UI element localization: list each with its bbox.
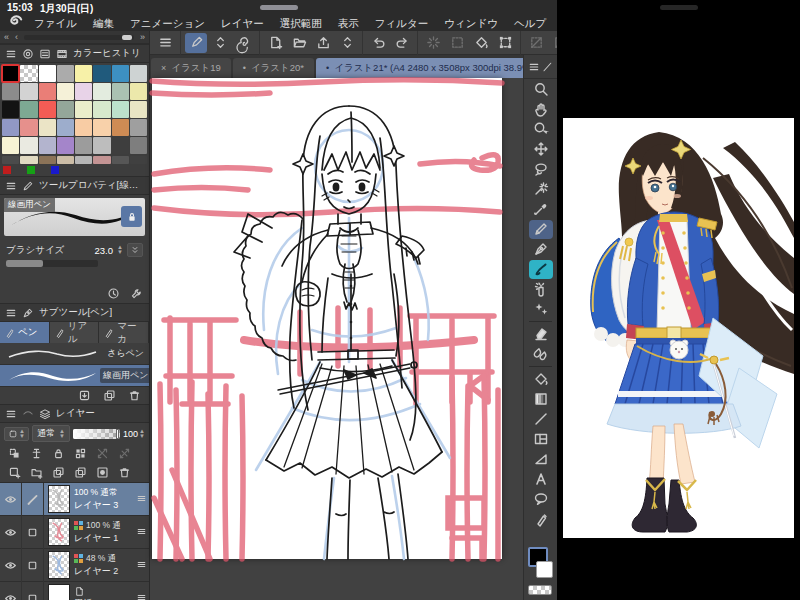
tool-palette-header[interactable] [524, 55, 557, 79]
color-swatch[interactable] [57, 119, 74, 136]
layer-checkbox[interactable] [22, 549, 44, 582]
layer-mask-icon[interactable] [92, 465, 112, 480]
layer-checkbox[interactable] [22, 582, 44, 600]
airbrush-tool[interactable] [524, 279, 558, 299]
lock-button[interactable] [121, 206, 142, 227]
color-swatch[interactable] [130, 101, 147, 118]
gradient-tool[interactable] [524, 389, 558, 409]
color-swatch[interactable] [93, 119, 110, 136]
layer-visibility-eye-icon[interactable] [0, 483, 22, 516]
color-swatch[interactable] [2, 137, 19, 154]
tool-switch-icon[interactable] [209, 33, 231, 53]
color-swatch[interactable] [130, 137, 147, 154]
combine-to-below-icon[interactable] [48, 465, 68, 480]
clip-to-layer-icon[interactable] [4, 446, 24, 461]
color-swatch[interactable] [93, 83, 110, 100]
prev-icon[interactable]: ‹ [15, 32, 18, 42]
subtool-tab-1[interactable]: リアル [50, 322, 100, 343]
zoom-tool[interactable] [524, 79, 558, 99]
color-swatch[interactable] [75, 156, 92, 164]
color-swatch[interactable] [112, 101, 129, 118]
color-swatch[interactable] [39, 156, 56, 164]
menu-item-4[interactable]: 選択範囲 [272, 15, 330, 31]
layer-row-2[interactable]: 48 % 通レイヤー 2 [0, 549, 149, 582]
color-swatch[interactable] [112, 83, 129, 100]
subtool-tab-0[interactable]: ペン [0, 322, 50, 343]
color-swatch[interactable] [130, 119, 147, 136]
color-swatch[interactable] [130, 156, 147, 164]
balloon-tool[interactable] [524, 489, 558, 509]
fill-tool[interactable] [524, 369, 558, 389]
color-swatch[interactable] [75, 83, 92, 100]
color-swatch[interactable] [93, 156, 110, 164]
layer-handle-icon[interactable] [135, 591, 149, 600]
new-layer-icon[interactable] [4, 465, 24, 480]
layer-handle-icon[interactable] [135, 525, 149, 540]
opacity-slider[interactable] [73, 429, 120, 439]
brush-size-expand-button[interactable] [127, 243, 143, 257]
color-swatch[interactable] [2, 65, 19, 82]
brush-size-stepper[interactable]: ▲▼ [117, 245, 123, 255]
new-canvas-icon[interactable] [264, 33, 286, 53]
layer-thumbnail[interactable] [48, 485, 70, 513]
tool-pen-shortcut-icon[interactable] [185, 33, 207, 53]
lock-transparent-icon[interactable] [70, 446, 90, 461]
collapse-all-icon[interactable]: « [4, 32, 9, 42]
color-swatch[interactable] [27, 166, 35, 174]
layer-visibility-eye-icon[interactable] [0, 516, 22, 549]
save-switch-icon[interactable] [336, 33, 358, 53]
blend-mode-dropdown[interactable]: 通常 ▲▼ [32, 425, 70, 442]
layer-row-0[interactable]: 100 % 通常レイヤー 3 [0, 483, 149, 516]
eyedropper-tool[interactable] [524, 199, 558, 219]
color-swatch[interactable] [39, 137, 56, 154]
layer-move-tool[interactable] [524, 139, 558, 159]
color-swatch[interactable] [93, 65, 110, 82]
canvas[interactable] [152, 78, 502, 559]
color-swatch[interactable] [57, 101, 74, 118]
wrench-icon[interactable] [130, 287, 143, 300]
main-menu-icon[interactable] [154, 33, 176, 53]
canvas-tab-2[interactable]: •イラスト21* (A4 2480 x 3508px 300dpi 38.9%) [316, 58, 544, 78]
menu-item-0[interactable]: ファイル [26, 15, 85, 31]
color-swatch[interactable] [20, 101, 37, 118]
line-correction-tool[interactable] [524, 509, 558, 529]
layer-visibility-eye-icon[interactable] [0, 549, 22, 582]
color-swatch[interactable] [39, 119, 56, 136]
menu-item-3[interactable]: レイヤー [213, 15, 272, 31]
save-export-icon[interactable] [312, 33, 334, 53]
decoration-tool[interactable] [524, 299, 558, 319]
menu-item-1[interactable]: 編集 [85, 15, 122, 31]
color-swatch[interactable] [20, 83, 37, 100]
color-swatch[interactable] [57, 156, 74, 164]
undo-icon[interactable] [367, 33, 389, 53]
color-swatch[interactable] [130, 83, 147, 100]
pen-tool[interactable] [524, 239, 558, 259]
selection-tool[interactable] [524, 159, 558, 179]
transparent-color-swatch[interactable] [528, 585, 552, 595]
snap-1-icon[interactable] [525, 33, 547, 53]
layer-mask-toggle-icon[interactable] [114, 446, 134, 461]
color-swatch[interactable] [39, 65, 56, 82]
color-swatch[interactable] [93, 101, 110, 118]
color-swatch[interactable] [20, 65, 37, 82]
menu-item-6[interactable]: フィルター [367, 15, 436, 31]
sub-color-swatch[interactable] [536, 561, 553, 578]
menu-item-8[interactable]: ヘルプ [506, 15, 554, 31]
expand-all-icon[interactable]: » [140, 32, 145, 42]
menu-item-2[interactable]: アニメーション [122, 15, 213, 31]
reset-settings-icon[interactable] [107, 287, 120, 300]
menu-item-5[interactable]: 表示 [330, 15, 367, 31]
color-swatch[interactable] [112, 119, 129, 136]
panel-nav[interactable]: « ‹ » [0, 31, 149, 44]
open-file-icon[interactable] [288, 33, 310, 53]
brush-size-slider[interactable] [6, 260, 98, 267]
reference-layer-icon[interactable] [26, 446, 46, 461]
layer-thumbnail[interactable] [48, 518, 70, 546]
duplicate-subtool-icon[interactable] [103, 389, 116, 402]
gesture-icon-icon[interactable] [233, 33, 255, 53]
color-swatch[interactable] [2, 101, 19, 118]
auto-select-tool[interactable] [524, 179, 558, 199]
layer-row-1[interactable]: 100 % 通レイヤー 1 [0, 516, 149, 549]
color-swatch[interactable] [112, 137, 129, 154]
color-swatch[interactable] [130, 65, 147, 82]
